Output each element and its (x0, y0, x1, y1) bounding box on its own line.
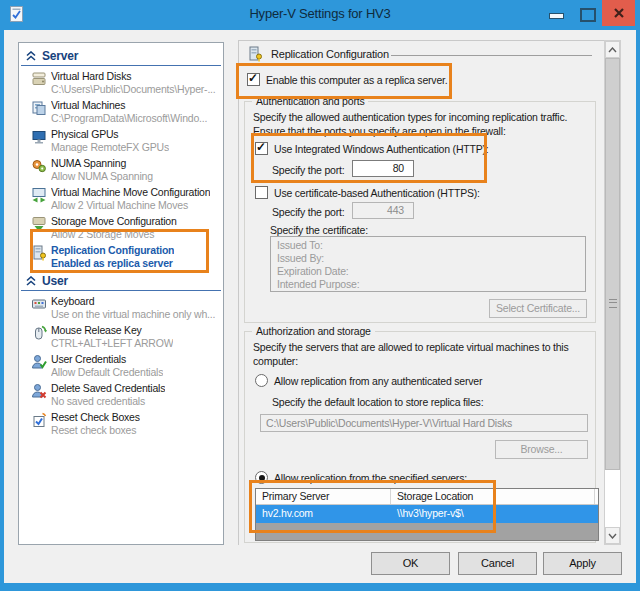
https-port-input[interactable]: 443 (352, 202, 414, 219)
sidebar-item-user-credentials[interactable]: User Credentials Allow Default Credentia… (21, 352, 221, 381)
chevron-down-icon (608, 533, 617, 539)
column-header-storage-location[interactable]: Storage Location (391, 489, 595, 504)
section-label: User (42, 274, 68, 288)
default-location-input[interactable]: C:\Users\Public\Documents\Hyper-V\Virtua… (260, 414, 588, 432)
settings-nav-sidebar: Server Virtual Hard Disks C:\Users\Publi… (18, 42, 224, 545)
item-title: Delete Saved Credentials (51, 382, 165, 395)
scroll-up-button[interactable] (605, 41, 620, 58)
item-subtitle: Allow 2 Virtual Machine Moves (51, 199, 210, 212)
column-header-primary-server[interactable]: Primary Server (256, 489, 391, 504)
http-auth-checkbox[interactable] (255, 142, 268, 155)
sidebar-item-reset-check-boxes[interactable]: Reset Check Boxes Reset check boxes (21, 410, 221, 439)
replication-server-key-icon (247, 46, 263, 62)
reset-check-boxes-icon (31, 412, 47, 428)
enable-replica-checkbox[interactable] (247, 73, 260, 86)
replication-server-key-icon (31, 245, 47, 261)
sidebar-item-vm-move-configuration[interactable]: Virtual Machine Move Configuration Allow… (21, 185, 221, 214)
https-auth-checkbox-row[interactable]: Use certificate-based Authentication (HT… (255, 186, 480, 199)
allow-specified-servers-radio-row[interactable]: Allow replication from the specified ser… (255, 471, 467, 484)
http-auth-checkbox-row[interactable]: Use Integrated Windows Authentication (H… (255, 142, 489, 155)
allow-any-server-radio[interactable] (255, 374, 268, 387)
http-auth-label: Use Integrated Windows Authentication (H… (274, 143, 489, 155)
group-label: Authentication and ports (252, 95, 368, 107)
table-row-selected[interactable]: hv2.hv.com \\hv3\hyper-v$\ (256, 505, 598, 523)
enable-replica-checkbox-row[interactable]: Enable this computer as a replica server… (247, 73, 447, 86)
item-subtitle: Enabled as replica server (51, 257, 174, 270)
scroll-down-button[interactable] (605, 527, 620, 544)
allow-specified-servers-radio[interactable] (255, 471, 268, 484)
select-certificate-button[interactable]: Select Certificate... (489, 299, 587, 318)
ok-button[interactable]: OK (371, 552, 450, 575)
item-subtitle: C:\ProgramData\Microsoft\Windo... (51, 112, 207, 125)
item-subtitle: Allow 2 Storage Moves (51, 228, 177, 241)
authorization-and-storage-group: Authorization and storage Specify the se… (244, 331, 596, 543)
section-header-server[interactable]: Server (21, 47, 221, 66)
delete-saved-credentials-icon (31, 383, 47, 399)
item-subtitle: CTRL+ALT+LEFT ARROW (51, 337, 173, 350)
sidebar-item-physical-gpus[interactable]: Physical GPUs Manage RemoteFX GPUs (21, 127, 221, 156)
enable-replica-label: Enable this computer as a replica server… (266, 74, 447, 86)
certificate-info-box: Issued To: Issued By: Expiration Date: I… (270, 236, 586, 292)
browse-button[interactable]: Browse... (495, 440, 588, 459)
keyboard-icon (31, 296, 47, 312)
item-title: Physical GPUs (51, 128, 169, 141)
window-title: Hyper-V Settings for HV3 (0, 6, 640, 21)
minimize-button[interactable] (549, 13, 564, 19)
item-title: Replication Configuration (51, 244, 174, 257)
apply-button[interactable]: Apply (543, 552, 622, 575)
group-label: Authorization and storage (252, 325, 375, 337)
https-auth-checkbox[interactable] (255, 186, 268, 199)
storage-description: Specify the servers that are allowed to … (253, 341, 573, 368)
item-title: Reset Check Boxes (51, 411, 140, 424)
item-subtitle: Allow Default Credentials (51, 366, 163, 379)
sidebar-item-virtual-hard-disks[interactable]: Virtual Hard Disks C:\Users\Public\Docum… (21, 69, 221, 98)
close-button[interactable] (602, 0, 635, 26)
maximize-button[interactable] (580, 8, 596, 22)
cancel-button[interactable]: Cancel (458, 552, 537, 575)
sidebar-item-storage-move-configuration[interactable]: Storage Move Configuration Allow 2 Stora… (21, 214, 221, 243)
chevron-double-up-icon (26, 276, 36, 286)
virtual-machines-icon (31, 100, 47, 116)
allow-specified-servers-label: Allow replication from the specified ser… (274, 472, 467, 484)
replication-configuration-pane: Replication Configuration Enable this co… (238, 40, 604, 545)
titlebar[interactable]: Hyper-V Settings for HV3 (0, 0, 640, 30)
sidebar-item-mouse-release-key[interactable]: Mouse Release Key CTRL+ALT+LEFT ARROW (21, 323, 221, 352)
sidebar-item-replication-configuration[interactable]: Replication Configuration Enabled as rep… (21, 243, 221, 272)
hyperv-settings-window: Hyper-V Settings for HV3 Server Virtual … (0, 0, 640, 591)
cell-primary-server: hv2.hv.com (256, 505, 391, 523)
section-label: Server (42, 49, 78, 63)
item-title: Storage Move Configuration (51, 215, 177, 228)
sidebar-item-virtual-machines[interactable]: Virtual Machines C:\ProgramData\Microsof… (21, 98, 221, 127)
cert-issued-to: Issued To: (277, 239, 579, 252)
pane-title: Replication Configuration (271, 48, 389, 60)
item-title: NUMA Spanning (51, 157, 153, 170)
vertical-scrollbar[interactable] (604, 40, 621, 545)
item-title: Virtual Machine Move Configuration (51, 186, 210, 199)
section-header-user[interactable]: User (21, 272, 221, 291)
item-title: Virtual Machines (51, 99, 207, 112)
item-title: Virtual Hard Disks (51, 70, 216, 83)
storage-move-icon (31, 216, 47, 232)
header-rule (391, 55, 592, 56)
cell-storage-location: \\hv3\hyper-v$\ (391, 505, 595, 523)
user-credentials-icon (31, 354, 47, 370)
sidebar-item-delete-saved-credentials[interactable]: Delete Saved Credentials No saved creden… (21, 381, 221, 410)
mouse-release-key-icon (31, 325, 47, 341)
allow-any-server-radio-row[interactable]: Allow replication from any authenticated… (255, 374, 482, 387)
sidebar-item-numa-spanning[interactable]: NUMA Spanning Allow NUMA Spanning (21, 156, 221, 185)
http-port-input[interactable]: 80 (352, 160, 414, 177)
certificate-label: Specify the certificate: (270, 224, 368, 236)
item-subtitle: No saved credentials (51, 395, 165, 408)
item-title: Keyboard (51, 295, 215, 308)
item-title: User Credentials (51, 353, 163, 366)
auth-description: Specify the allowed authentication types… (253, 111, 597, 138)
table-header-row: Primary Server Storage Location (256, 489, 598, 505)
sidebar-item-keyboard[interactable]: Keyboard Use on the virtual machine only… (21, 294, 221, 323)
item-subtitle: Reset check boxes (51, 424, 140, 437)
item-title: Mouse Release Key (51, 324, 173, 337)
item-subtitle: Allow NUMA Spanning (51, 170, 153, 183)
https-port-label: Specify the port: (272, 206, 344, 218)
replication-servers-table: Primary Server Storage Location hv2.hv.c… (255, 488, 599, 541)
http-port-label: Specify the port: (272, 164, 344, 176)
scrollbar-thumb[interactable] (605, 58, 620, 470)
